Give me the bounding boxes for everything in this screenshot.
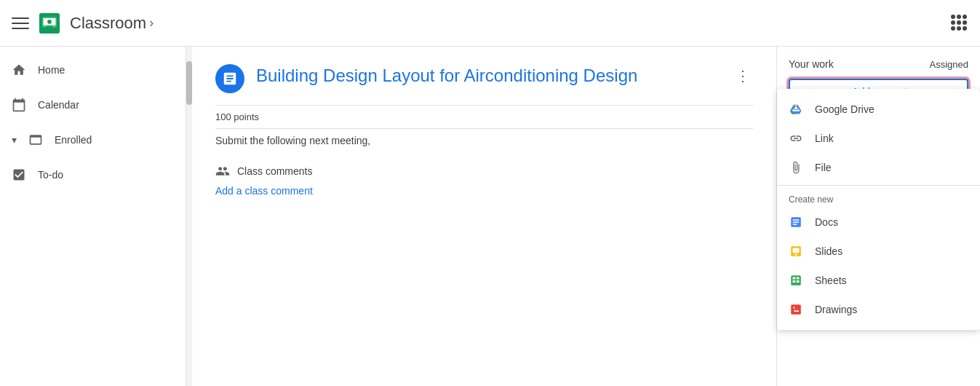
- enrolled-icon: [28, 133, 43, 147]
- classroom-logo: [38, 12, 61, 35]
- topbar-chevron: ›: [149, 15, 154, 31]
- svg-point-18: [793, 307, 794, 308]
- your-work-title: Your work: [789, 58, 834, 70]
- dropdown-item-docs[interactable]: Docs: [777, 208, 980, 237]
- content-area: Building Design Layout for Airconditioni…: [186, 47, 980, 386]
- hamburger-menu-icon[interactable]: [12, 15, 29, 32]
- sidebar-calendar-label: Calendar: [38, 99, 79, 111]
- dropdown-item-sheets[interactable]: Sheets: [777, 266, 980, 295]
- assignment-icon: [215, 64, 244, 93]
- your-work-header: Your work Assigned: [789, 58, 968, 70]
- calendar-icon: [12, 98, 26, 112]
- class-comments-label: Class comments: [237, 165, 312, 177]
- dropdown-separator: [777, 185, 980, 186]
- link-icon: [789, 131, 803, 146]
- scroll-thumb[interactable]: [186, 61, 192, 105]
- home-icon: [12, 63, 26, 77]
- drawings-icon: [789, 302, 803, 317]
- create-new-section-label: Create new: [777, 189, 980, 208]
- svg-rect-7: [793, 221, 800, 223]
- points-label: 100 points: [215, 111, 753, 122]
- divider-1: [215, 105, 753, 106]
- assigned-badge: Assigned: [930, 59, 968, 70]
- dropdown-menu: Google Drive Link File Create new: [777, 89, 980, 330]
- sidebar-todo-label: To-do: [38, 169, 63, 181]
- svg-rect-8: [793, 224, 797, 225]
- slides-icon: [789, 244, 803, 259]
- topbar: Classroom ›: [0, 0, 980, 47]
- docs-label: Docs: [815, 216, 838, 228]
- svg-rect-14: [797, 277, 800, 280]
- dropdown-item-drawings[interactable]: Drawings: [777, 295, 980, 324]
- sidebar-item-calendar[interactable]: Calendar: [0, 87, 180, 122]
- sidebar-item-enrolled[interactable]: ▾ Enrolled: [0, 122, 180, 157]
- google-drive-icon: [789, 102, 803, 117]
- svg-rect-4: [47, 25, 52, 27]
- dropdown-item-google-drive[interactable]: Google Drive: [777, 95, 980, 124]
- drawings-label: Drawings: [815, 304, 857, 315]
- todo-icon: [12, 168, 26, 182]
- sidebar-item-todo[interactable]: To-do: [0, 157, 180, 192]
- svg-rect-12: [791, 275, 801, 285]
- sidebar-enrolled-label: Enrolled: [55, 134, 92, 146]
- google-drive-label: Google Drive: [815, 103, 875, 115]
- svg-rect-11: [794, 254, 798, 256]
- link-label: Link: [815, 133, 834, 144]
- svg-rect-13: [793, 277, 796, 280]
- topbar-right: [951, 15, 968, 32]
- more-options-icon[interactable]: ⋮: [733, 64, 753, 87]
- assignment-description: Submit the following next meeting,: [215, 135, 753, 146]
- class-comments-section: Class comments Add a class comment: [215, 164, 753, 197]
- divider-2: [215, 128, 753, 129]
- assignment-header: Building Design Layout for Airconditioni…: [215, 64, 753, 93]
- scroll-track[interactable]: [186, 47, 192, 386]
- sidebar: Home Calendar ▾ Enrolled To-do: [0, 47, 186, 386]
- class-comments-header: Class comments: [215, 164, 753, 178]
- your-work-panel: Your work Assigned + Add or create Googl…: [776, 47, 980, 386]
- topbar-left: Classroom ›: [12, 12, 951, 35]
- svg-rect-17: [791, 304, 801, 315]
- class-comments-icon: [215, 164, 230, 178]
- svg-rect-6: [793, 219, 800, 221]
- svg-point-3: [47, 20, 52, 24]
- assignment-content: Building Design Layout for Airconditioni…: [192, 47, 776, 386]
- enrolled-chevron-left: ▾: [12, 134, 17, 146]
- file-icon: [789, 160, 803, 175]
- svg-rect-15: [793, 280, 796, 283]
- sheets-label: Sheets: [815, 275, 847, 286]
- slides-label: Slides: [815, 245, 842, 257]
- app-name-label: Classroom: [70, 14, 146, 33]
- svg-rect-16: [797, 280, 800, 283]
- apps-grid-icon[interactable]: [951, 15, 968, 32]
- dropdown-item-slides[interactable]: Slides: [777, 237, 980, 266]
- file-label: File: [815, 162, 832, 173]
- main-layout: Home Calendar ▾ Enrolled To-do: [0, 47, 980, 386]
- svg-rect-10: [793, 248, 800, 253]
- dropdown-item-link[interactable]: Link: [777, 124, 980, 153]
- dropdown-item-file[interactable]: File: [777, 153, 980, 182]
- add-class-comment-link[interactable]: Add a class comment: [215, 185, 313, 197]
- sheets-icon: [789, 273, 803, 288]
- docs-icon: [789, 215, 803, 229]
- topbar-title: Classroom ›: [70, 14, 154, 33]
- sidebar-item-home[interactable]: Home: [0, 52, 180, 87]
- sidebar-home-label: Home: [38, 64, 65, 76]
- assignment-title: Building Design Layout for Airconditioni…: [256, 64, 721, 87]
